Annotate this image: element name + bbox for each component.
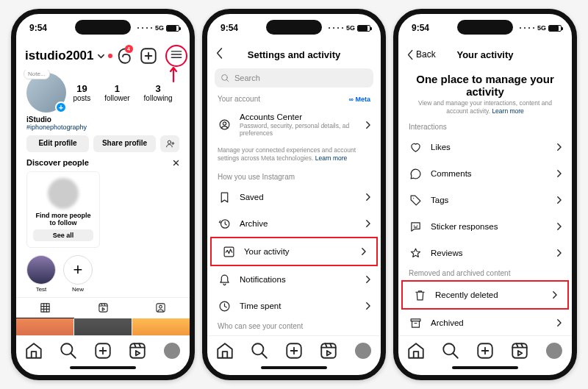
svg-rect-8 [130, 343, 145, 358]
phone-your-activity: 9:54 5G Back Your activity One place to … [393, 9, 577, 380]
stat-posts[interactable]: 19posts [73, 83, 90, 102]
status-time: 9:54 [29, 23, 47, 33]
nav-home[interactable] [24, 341, 43, 360]
post-thumb[interactable] [132, 318, 190, 335]
grid-icon [40, 302, 51, 313]
profile-content: istudio2001 4 [16, 42, 190, 335]
row-comments[interactable]: Comments [398, 160, 572, 187]
tab-tagged[interactable] [132, 298, 190, 318]
red-arrow-icon [169, 65, 178, 83]
learn-more-link[interactable]: Learn more [492, 107, 523, 115]
nav-create[interactable] [93, 341, 112, 360]
nav-profile[interactable] [354, 341, 373, 360]
phone-settings: 9:54 5G Settings and activity Search You… [202, 9, 386, 380]
heart-icon [409, 141, 422, 154]
highlight-test[interactable]: Test [26, 255, 56, 293]
nav-reels[interactable] [510, 341, 529, 360]
close-x-icon[interactable] [173, 160, 179, 166]
bell-icon [218, 274, 231, 286]
clock-icon [218, 300, 231, 313]
nav-profile[interactable] [162, 341, 182, 360]
row-archived[interactable]: Archived [398, 310, 572, 335]
hamburger-icon [169, 47, 184, 62]
note-bubble[interactable]: Note... [24, 70, 50, 79]
recently-deleted-highlight: Recently deleted [401, 280, 569, 310]
status-right: 5G [137, 24, 179, 32]
nav-create[interactable] [284, 341, 304, 360]
highlight-new[interactable]: +New [63, 255, 93, 293]
plus-square-icon [139, 46, 158, 65]
nav-create[interactable] [476, 341, 495, 360]
row-accounts-center[interactable]: Accounts CenterPassword, security, perso… [207, 106, 381, 143]
row-notifications[interactable]: Notifications [207, 266, 381, 293]
row-archive[interactable]: Archive [207, 210, 381, 237]
nav-profile[interactable] [545, 341, 564, 360]
dynamic-island [75, 20, 131, 35]
battery-icon [166, 25, 179, 32]
nav-home[interactable] [406, 341, 426, 360]
threads-badge: 4 [125, 45, 133, 53]
discover-header: Discover people [26, 158, 89, 167]
threads-button[interactable]: 4 [112, 46, 132, 65]
row-tags[interactable]: Tags [398, 187, 572, 213]
username-dropdown[interactable]: istudio2001 [25, 49, 112, 63]
row-likes[interactable]: Likes [398, 134, 572, 160]
bio-hashtag[interactable]: #iphonephotography [26, 124, 179, 131]
stat-followers[interactable]: 1follower [104, 83, 129, 102]
row-recently-deleted[interactable]: Recently deleted [403, 282, 567, 308]
row-time-spent[interactable]: Time spent [207, 293, 381, 319]
bookmark-icon [218, 191, 231, 204]
learn-more-link[interactable]: Learn more [315, 154, 347, 162]
clock-arrow-icon [218, 218, 231, 230]
menu-button[interactable] [169, 47, 184, 65]
create-button[interactable] [139, 46, 158, 65]
svg-rect-2 [41, 304, 49, 312]
trash-icon [414, 289, 426, 301]
discover-people-button[interactable] [160, 135, 179, 152]
tab-posts[interactable] [16, 298, 74, 318]
avatar-icon [164, 343, 180, 359]
nav-reels[interactable] [128, 341, 147, 360]
nav-search[interactable] [59, 341, 78, 360]
share-profile-button[interactable]: Share profile [93, 135, 156, 152]
add-story-plus[interactable]: + [55, 101, 67, 113]
reels-icon [98, 302, 109, 313]
svg-rect-3 [98, 304, 107, 312]
tab-reels[interactable] [74, 298, 132, 318]
nav-home[interactable] [215, 341, 234, 360]
nav-search[interactable] [441, 341, 460, 360]
svg-rect-22 [411, 318, 420, 321]
page-title: Settings and activity [216, 49, 372, 60]
headline: One place to manage your activity [413, 73, 557, 98]
stat-following[interactable]: 3following [144, 83, 173, 102]
dynamic-island [266, 20, 322, 35]
status-net: 5G [155, 24, 164, 32]
post-thumb[interactable] [74, 318, 132, 335]
search-icon [59, 341, 78, 360]
row-reviews[interactable]: Reviews [398, 240, 572, 266]
post-thumb[interactable] [16, 318, 74, 335]
svg-point-1 [168, 140, 171, 143]
home-indicator [16, 365, 190, 375]
search-input[interactable]: Search [215, 68, 373, 88]
activity-icon [223, 246, 235, 258]
edit-profile-button[interactable]: Edit profile [26, 135, 89, 152]
person-circle-icon [218, 118, 231, 131]
plus-square-icon [93, 341, 112, 360]
see-all-button[interactable]: See all [33, 229, 93, 241]
row-saved[interactable]: Saved [207, 184, 381, 210]
archive-icon [409, 317, 422, 329]
row-your-activity[interactable]: Your activity [212, 238, 376, 265]
suggestion-card[interactable]: Find more people to follow See all [26, 171, 100, 248]
home-icon [24, 341, 43, 360]
nav-reels[interactable] [319, 341, 338, 360]
menu-button-highlight [165, 45, 187, 67]
row-sticker[interactable]: Sticker responses [398, 213, 572, 240]
tab-bar [16, 335, 190, 365]
nav-search[interactable] [250, 341, 269, 360]
profile-avatar[interactable]: Note... + [26, 73, 66, 113]
phone-profile: 9:54 5G istudio2001 4 [11, 9, 195, 380]
star-icon [409, 247, 422, 260]
reels-icon [128, 341, 147, 360]
search-icon [220, 74, 230, 83]
